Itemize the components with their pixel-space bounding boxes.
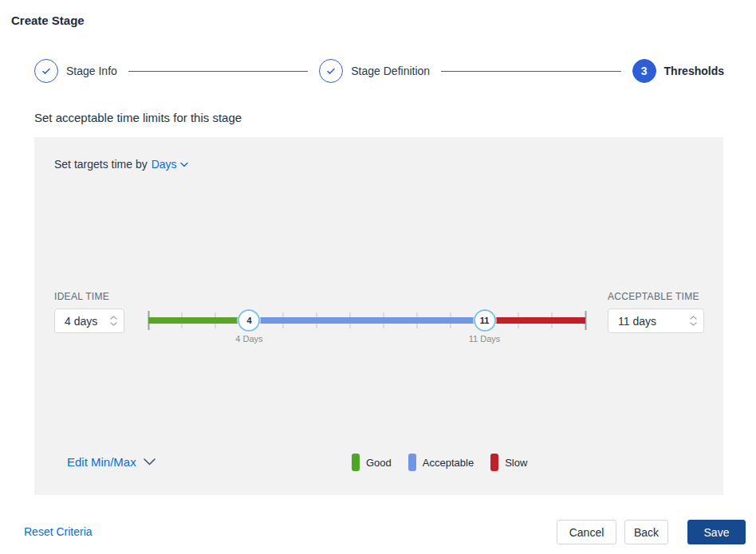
slider-handle-label: 4 Days — [235, 334, 262, 344]
step-stage-definition[interactable]: Stage Definition — [319, 59, 430, 83]
slider-handle-label: 11 Days — [469, 334, 501, 344]
chevron-down-icon — [110, 322, 117, 326]
page-title: Create Stage — [11, 14, 85, 27]
chevron-up-icon — [690, 316, 697, 320]
step-stage-info[interactable]: Stage Info — [34, 59, 117, 83]
stepper-connector — [128, 71, 308, 72]
slider-handle-11[interactable]: 11 — [474, 309, 496, 332]
step-number-badge: 3 — [632, 59, 656, 83]
chevron-down-icon — [180, 162, 188, 167]
legend-item-good: Good — [352, 454, 392, 471]
acceptable-time-stepper[interactable] — [690, 309, 697, 332]
legend: Good Acceptable Slow — [352, 454, 544, 471]
chevron-down-icon — [144, 458, 156, 466]
slider-segment-good — [148, 317, 249, 324]
slider-segment-slow — [485, 317, 585, 324]
chevron-up-icon — [110, 316, 117, 320]
stepper: Stage Info Stage Definition 3 Thresholds — [34, 59, 724, 83]
step-complete-icon — [34, 59, 58, 83]
ideal-time-field — [54, 308, 124, 333]
acceptable-swatch — [408, 454, 416, 471]
threshold-slider[interactable]: 44 Days1111 Days — [148, 309, 585, 344]
ideal-time-stepper[interactable] — [110, 309, 117, 332]
section-heading: Set acceptable time limits for this stag… — [34, 111, 242, 124]
slider-segment-acceptable — [249, 317, 484, 324]
reset-criteria-link[interactable]: Reset Criteria — [24, 525, 93, 538]
slow-swatch — [490, 454, 498, 471]
step-label: Stage Info — [66, 65, 117, 77]
targets-unit-dropdown[interactable]: Days — [152, 158, 188, 171]
targets-prefix-label: Set targets time by — [54, 158, 148, 171]
legend-item-acceptable: Acceptable — [408, 454, 474, 471]
targets-time-row: Set targets time by Days — [54, 158, 188, 171]
chevron-down-icon — [690, 322, 697, 326]
edit-minmax-label: Edit Min/Max — [67, 455, 136, 469]
cancel-button[interactable]: Cancel — [557, 520, 616, 544]
good-swatch — [352, 454, 360, 471]
step-complete-icon — [319, 59, 343, 83]
acceptable-time-field — [608, 308, 704, 333]
step-label: Thresholds — [664, 65, 724, 77]
slider-handle-4[interactable]: 4 — [238, 309, 260, 332]
step-label: Stage Definition — [351, 65, 430, 77]
back-button[interactable]: Back — [624, 520, 668, 544]
legend-label: Slow — [505, 457, 527, 469]
acceptable-time-label: ACCEPTABLE TIME — [608, 291, 699, 302]
stepper-connector — [441, 71, 620, 72]
legend-label: Good — [366, 457, 392, 469]
legend-label: Acceptable — [423, 457, 474, 469]
ideal-time-label: IDEAL TIME — [54, 291, 109, 302]
legend-item-slow: Slow — [490, 454, 527, 471]
step-thresholds[interactable]: 3 Thresholds — [632, 59, 724, 83]
targets-unit-value: Days — [152, 158, 177, 171]
create-stage-dialog: Create Stage Stage Info Stage Definition… — [0, 0, 756, 554]
save-button[interactable]: Save — [687, 520, 746, 544]
edit-minmax-link[interactable]: Edit Min/Max — [67, 455, 156, 469]
